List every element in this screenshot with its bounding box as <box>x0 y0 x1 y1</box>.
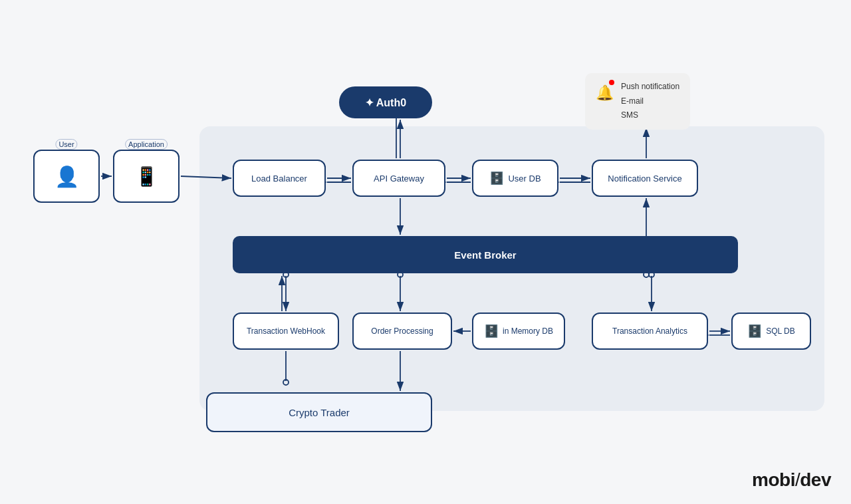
logo-mobi: mobi <box>752 469 795 490</box>
notification-tooltip: 🔔 Push notification E-mail SMS <box>585 73 690 130</box>
mobidev-logo: mobi/dev <box>752 469 831 491</box>
crypto-trader-label: Crypto Trader <box>289 407 350 418</box>
notification-service-label: Notification Service <box>608 174 681 184</box>
load-balancer-node: Load Balancer <box>233 160 326 197</box>
application-label: Application <box>125 139 168 150</box>
transaction-webhook-node: Transaction WebHook <box>233 313 339 350</box>
load-balancer-label: Load Balancer <box>251 174 307 184</box>
transaction-analytics-label: Transaction Analytics <box>612 326 687 336</box>
notif-line2: E-mail <box>621 94 679 109</box>
in-memory-db-label: in Memory DB <box>503 326 553 336</box>
in-memory-db-node: 🗄️ in Memory DB <box>472 313 565 350</box>
phone-icon: 📱 <box>135 166 158 188</box>
event-broker-label: Event Broker <box>454 249 516 261</box>
sql-db-node: 🗄️ SQL DB <box>731 313 811 350</box>
application-node: Application 📱 <box>113 150 180 203</box>
db-icon-user: 🗄️ <box>489 171 504 186</box>
notif-line1: Push notification <box>621 80 679 94</box>
bell-icon: 🔔 <box>596 84 614 101</box>
db-icon-sql: 🗄️ <box>747 324 762 338</box>
api-gateway-label: API Gateway <box>374 174 424 184</box>
auth0-node: ✦ Auth0 <box>339 86 432 118</box>
user-icon: 👤 <box>55 165 79 188</box>
transaction-webhook-label: Transaction WebHook <box>247 326 325 336</box>
auth0-label: ✦ Auth0 <box>365 96 406 109</box>
logo-dev: dev <box>800 469 831 490</box>
user-node: User 👤 <box>33 150 100 203</box>
transaction-analytics-node: Transaction Analytics <box>592 313 708 350</box>
diagram-container: ✦ Auth0 🔔 Push notification E-mail SMS U… <box>13 20 838 464</box>
notif-line3: SMS <box>621 108 679 123</box>
crypto-trader-node: Crypto Trader <box>206 392 432 432</box>
db-icon-mem: 🗄️ <box>484 324 499 338</box>
user-label: User <box>55 139 77 150</box>
api-gateway-node: API Gateway <box>352 160 445 197</box>
order-processing-node: Order Processing <box>352 313 452 350</box>
user-db-label: User DB <box>508 174 541 184</box>
order-processing-label: Order Processing <box>371 326 433 336</box>
event-broker-node: Event Broker <box>233 236 738 273</box>
user-db-node: 🗄️ User DB <box>472 160 558 197</box>
sql-db-label: SQL DB <box>766 326 795 336</box>
notification-service-node: Notification Service <box>592 160 698 197</box>
